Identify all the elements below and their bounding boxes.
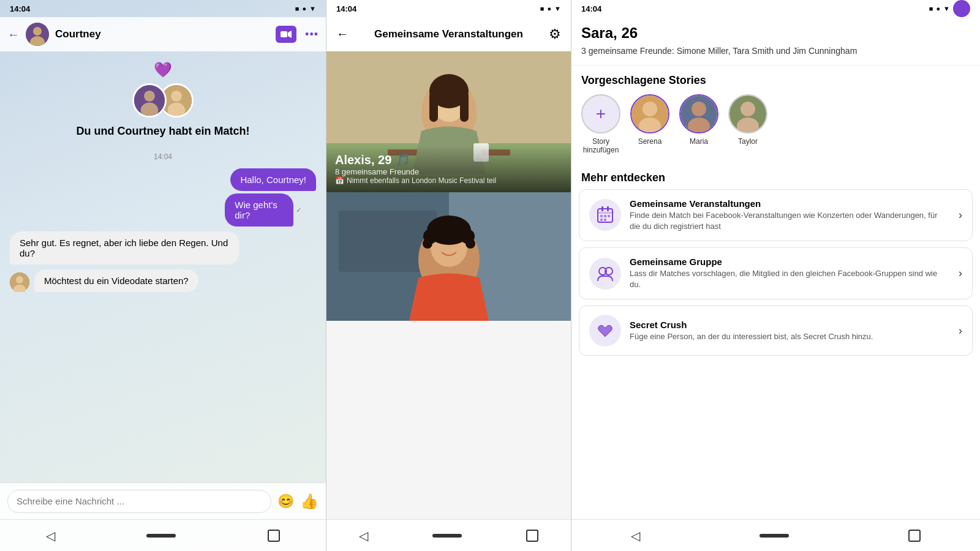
sender-avatar <box>10 272 29 292</box>
svg-rect-22 <box>460 91 469 122</box>
groups-discover-text: Gemeinsame Gruppe Lass dir Matches vorsc… <box>630 257 950 290</box>
groups-arrow-icon: › <box>959 267 962 280</box>
status-bar-p3: 14:04 ■ ● ▼ <box>571 0 980 17</box>
navigation-bar-p2: ◁ <box>326 519 571 551</box>
received-message-2: Möchtest du ein Videodate starten? <box>34 269 198 292</box>
profile-card-2[interactable] <box>326 192 571 321</box>
discover-section-title: Mehr entdecken <box>571 163 980 189</box>
time-p3: 14:04 <box>581 4 601 13</box>
back-nav-p2[interactable]: ◁ <box>359 528 368 543</box>
wifi-icon: ▼ <box>309 5 316 12</box>
svg-point-10 <box>168 103 186 118</box>
profile-photo-2 <box>326 192 571 321</box>
discover-groups-card[interactable]: Gemeinsame Gruppe Lass dir Matches vorsc… <box>579 247 973 299</box>
events-discover-title: Gemeinsame Veranstaltungen <box>630 198 950 209</box>
emoji-button[interactable]: 😊 <box>277 493 294 509</box>
taylor-label: Taylor <box>738 137 758 146</box>
events-discover-icon <box>589 199 621 231</box>
svg-point-12 <box>16 276 23 283</box>
groups-discover-desc: Lass dir Matches vorschlagen, die Mitgli… <box>630 268 950 290</box>
battery-p3: ■ <box>929 5 933 12</box>
message-input[interactable] <box>7 490 271 513</box>
events-panel: 14:04 ■ ● ▼ ← Gemeinsame Veranstaltungen… <box>326 0 571 551</box>
svg-rect-3 <box>281 31 287 37</box>
card-1-friends: 8 gemeinsame Freunde <box>335 167 562 176</box>
add-story-item[interactable]: + Story hinzufügen <box>581 94 620 154</box>
groups-discover-title: Gemeinsame Gruppe <box>630 257 950 267</box>
crush-discover-desc: Füge eine Person, an der du interessiert… <box>630 331 950 342</box>
read-checkmark: ✓ <box>296 206 302 214</box>
settings-icon[interactable]: ⚙ <box>549 26 561 42</box>
events-discover-text: Gemeinsame Veranstaltungen Finde dein Ma… <box>630 198 950 232</box>
signal-p3: ● <box>936 5 940 12</box>
svg-point-39 <box>643 102 657 116</box>
back-button[interactable]: ← <box>7 28 20 42</box>
crush-discover-text: Secret Crush Füge eine Person, an der du… <box>630 320 950 342</box>
video-call-button[interactable] <box>276 26 296 43</box>
crush-discover-icon <box>589 315 621 347</box>
sara-friends: 3 gemeinsame Freunde: Simone Miller, Tar… <box>581 45 970 58</box>
profile-avatar-p3 <box>953 0 970 17</box>
signal-icon: ● <box>302 5 306 12</box>
maria-avatar <box>679 94 718 133</box>
svg-point-36 <box>423 239 432 249</box>
crush-arrow-icon: › <box>959 324 962 337</box>
svg-rect-55 <box>604 219 606 221</box>
messages-list: Hallo, Courtney! Wie geht's dir? ✓ Sehr … <box>10 168 316 292</box>
heart-icon: 💜 <box>154 61 172 78</box>
back-nav-button[interactable]: ◁ <box>46 528 55 543</box>
battery-icon-p2: ■ <box>540 5 545 12</box>
time-p2: 14:04 <box>336 4 356 13</box>
navigation-bar-p1: ◁ <box>0 519 326 551</box>
like-button[interactable]: 👍 <box>300 493 318 510</box>
recents-p3[interactable] <box>908 530 921 542</box>
crush-discover-title: Secret Crush <box>630 320 950 330</box>
card-1-event: 📅 Nimmt ebenfalls an London Music Festiv… <box>335 176 562 185</box>
home-indicator-p2[interactable] <box>432 534 462 538</box>
recents-p2[interactable] <box>526 530 538 542</box>
profile-card-1[interactable]: Alexis, 29 🎵 8 gemeinsame Freunde 📅 Nimm… <box>326 51 571 192</box>
sara-name: Sara, 26 <box>581 24 970 42</box>
sent-message-2: Wie geht's dir? <box>225 193 293 227</box>
discover-events-card[interactable]: Gemeinsame Veranstaltungen Finde dein Ma… <box>579 189 973 241</box>
navigation-bar-p3: ◁ <box>571 519 980 551</box>
received-message-1-wrapper: Sehr gut. Es regnet, aber ich liebe den … <box>10 231 316 264</box>
svg-rect-49 <box>601 206 603 211</box>
maria-label: Maria <box>690 137 708 146</box>
discover-crush-card[interactable]: Secret Crush Füge eine Person, an der du… <box>579 305 973 356</box>
sara-profile-section: Sara, 26 3 gemeinsame Freunde: Simone Mi… <box>571 17 980 66</box>
stories-row: + Story hinzufügen Serena <box>571 92 980 163</box>
discover-section: Mehr entdecken Gemeinsame Veranstaltunge… <box>571 163 980 362</box>
events-back-button[interactable]: ← <box>336 27 349 41</box>
match-avatars <box>132 83 194 118</box>
time-p1: 14:04 <box>10 4 30 13</box>
back-nav-p3[interactable]: ◁ <box>631 528 640 543</box>
sent-message-1: Hallo, Courtney! <box>230 168 316 191</box>
message-timestamp: 14:04 <box>154 152 172 161</box>
more-options-button[interactable]: ••• <box>305 28 318 41</box>
story-serena[interactable]: Serena <box>630 94 669 154</box>
chat-input-bar: 😊 👍 <box>0 482 326 519</box>
home-indicator-p3[interactable] <box>760 534 789 538</box>
received-message-1: Sehr gut. Es regnet, aber ich liebe den … <box>10 231 239 264</box>
story-taylor[interactable]: Taylor <box>728 94 767 154</box>
match-section: 💜 Du und Courtney hab <box>77 61 250 138</box>
recents-button[interactable] <box>268 530 280 542</box>
add-story-circle[interactable]: + <box>581 94 620 133</box>
story-maria[interactable]: Maria <box>679 94 718 154</box>
svg-rect-52 <box>604 215 606 217</box>
status-icons-p3: ■ ● ▼ <box>929 0 970 17</box>
card-1-name: Alexis, 29 🎵 <box>335 152 562 167</box>
svg-point-6 <box>144 91 155 102</box>
status-bar-p1: 14:04 ■ ● ▼ <box>0 0 326 17</box>
discovery-panel: 14:04 ■ ● ▼ Sara, 26 3 gemeinsame Freund… <box>571 0 980 551</box>
chat-messages-area: 💜 Du und Courtney hab <box>0 51 326 482</box>
svg-point-45 <box>741 102 755 116</box>
contact-name: Courtney <box>55 28 270 40</box>
events-title: Gemeinsame Veranstaltungen <box>356 28 541 40</box>
svg-rect-51 <box>600 215 603 217</box>
svg-point-7 <box>141 103 159 118</box>
calendar-icon: 📅 <box>335 176 344 185</box>
home-indicator[interactable] <box>146 534 176 538</box>
events-arrow-icon: › <box>959 209 962 222</box>
